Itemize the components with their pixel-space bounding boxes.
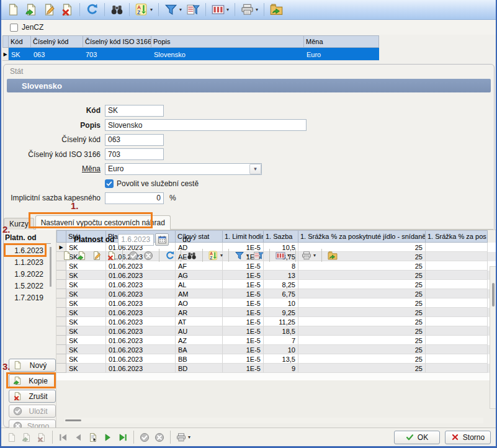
kopie-button[interactable]: Kopie — [9, 374, 56, 387]
table-row[interactable]: SK01.06.2023BA1E-51025 — [56, 345, 496, 354]
ciselny-kod-input[interactable]: 063 — [105, 134, 164, 146]
dropdown-arrow-icon[interactable]: ▾ — [313, 253, 316, 258]
column-header[interactable]: Popis — [151, 35, 304, 48]
doc-new-button[interactable] — [5, 2, 22, 17]
nav-last-button[interactable] — [116, 431, 130, 444]
mena-select[interactable]: Euro▾ — [105, 163, 262, 175]
table-row[interactable]: SK01.06.2023AL1E-58,2525 — [56, 280, 496, 289]
search-binoculars-button[interactable] — [185, 249, 199, 262]
doc-edit-button[interactable] — [90, 249, 104, 262]
dropdown-arrow-icon[interactable]: ▾ — [287, 253, 290, 258]
filter-values-button[interactable] — [185, 2, 202, 17]
popis-input[interactable]: Slovensko — [105, 119, 307, 131]
dropdown-arrow-icon[interactable]: ▾ — [150, 7, 153, 12]
doc-new-button[interactable] — [5, 431, 19, 444]
calendar-button[interactable] — [155, 233, 169, 246]
novy-button[interactable]: Nový — [9, 359, 56, 372]
dropdown-arrow-icon[interactable]: ▾ — [226, 7, 229, 12]
nav-first-button[interactable] — [56, 431, 70, 444]
ciselny-kod-iso-3166-input[interactable]: 703 — [105, 148, 164, 160]
column-header[interactable]: Číselný kód ISO 3166 — [83, 35, 151, 48]
dropdown-arrow-icon[interactable]: ▾ — [188, 435, 190, 440]
storno-button[interactable]: Storno — [445, 431, 491, 444]
table-row[interactable]: SK01.06.2023AZ1E-5725 — [56, 336, 496, 345]
row-selector-cell — [56, 298, 66, 308]
doc-delete-button[interactable] — [59, 2, 76, 17]
accept-circle-button[interactable] — [138, 431, 151, 444]
povolit-ve-sluzebni-ceste-checkbox[interactable] — [105, 179, 114, 188]
sort-az-button[interactable]: AZ▾ — [207, 249, 225, 262]
validity-date-item[interactable]: 1.6.2023 — [4, 245, 43, 257]
refresh-button[interactable] — [163, 249, 177, 262]
ulozit-button[interactable]: Uložit — [9, 405, 56, 418]
rates-grid-vertical-scrollbar[interactable] — [490, 266, 497, 409]
table-row[interactable]: SK01.06.2023AG1E-51325 — [56, 271, 496, 280]
columns-button[interactable]: ▾ — [274, 249, 292, 262]
doc-copy-button[interactable] — [20, 431, 34, 444]
print-button[interactable]: ▾ — [174, 431, 192, 444]
column-header[interactable]: 1. Srážka % za poskytnuté jídlo - snídan… — [298, 230, 426, 243]
scrollbar-thumb[interactable] — [492, 283, 495, 307]
validity-date-item[interactable]: 1.9.2022 — [4, 269, 43, 280]
doc-copy-button[interactable] — [23, 2, 40, 17]
column-header[interactable]: 1. Sazba — [264, 230, 298, 243]
table-row[interactable]: SK01.06.2023AO1E-51025 — [56, 298, 496, 308]
search-binoculars-button[interactable] — [109, 2, 125, 17]
export-button[interactable] — [268, 2, 285, 17]
validity-date-item[interactable]: 1.7.2019 — [4, 292, 43, 304]
column-header[interactable]: Číselný kód — [31, 35, 83, 48]
kod-input[interactable]: SK — [105, 105, 164, 117]
column-header[interactable]: Měna — [304, 35, 379, 48]
cancel-circle-button[interactable] — [141, 249, 155, 262]
table-row[interactable]: SK01.06.2023BD1E-5925 — [56, 364, 496, 373]
jencz-checkbox[interactable] — [10, 24, 18, 32]
print-button[interactable]: ▾ — [300, 249, 318, 262]
doc-new-button[interactable] — [60, 249, 74, 262]
dropdown-arrow-icon[interactable]: ▾ — [179, 7, 182, 12]
table-row[interactable]: SK01.06.2023AT1E-511,2525 — [56, 317, 496, 326]
validity-date-item[interactable]: 1.1.2023 — [4, 257, 43, 269]
filter-values-button[interactable] — [252, 249, 266, 262]
rates-panel: Platnost od 1.6.2023 do AZ▾▾▾▾ StátPlatn… — [56, 230, 496, 428]
chevron-down-icon[interactable]: ▾ — [249, 164, 261, 174]
doc-delete-button[interactable] — [35, 431, 48, 444]
doc-delete-button[interactable] — [105, 249, 119, 262]
date-list-scrollbar[interactable] — [50, 247, 51, 287]
search-binoculars-icon — [110, 3, 123, 16]
refresh-button[interactable] — [84, 2, 101, 17]
doc-copy-button[interactable] — [75, 249, 89, 262]
column-header[interactable]: 1. Srážka % za pos — [426, 230, 488, 243]
rates-grid-horizontal-scrollbar[interactable] — [64, 418, 483, 423]
table-row[interactable]: SK01.06.2023AF1E-5825 — [56, 261, 496, 271]
table-row[interactable]: SK01.06.2023AR1E-59,2525 — [56, 308, 496, 317]
implicitni-sazba-kapesneho-input[interactable]: 0 — [105, 192, 164, 204]
table-row[interactable]: SK01.06.2023BB1E-513,525 — [56, 354, 496, 364]
nav-prev-button[interactable] — [71, 431, 85, 444]
column-header[interactable]: 1. Limit hodin — [223, 230, 264, 243]
accept-circle-button[interactable] — [127, 249, 140, 262]
dropdown-arrow-icon[interactable]: ▾ — [246, 253, 249, 258]
export-button[interactable] — [326, 249, 339, 262]
cell: 1E-5 — [223, 261, 264, 271]
table-row[interactable]: ▶SK063703SlovenskoEuro — [2, 48, 379, 61]
platnost-od-input[interactable]: 1.6.2023 — [118, 234, 154, 246]
validity-date-item[interactable]: 1.5.2022 — [4, 280, 43, 292]
table-row[interactable]: SK01.06.2023AU1E-518,525 — [56, 326, 496, 336]
print-button[interactable]: ▾ — [239, 2, 260, 17]
cancel-circle-button[interactable] — [153, 431, 166, 444]
dropdown-arrow-icon[interactable]: ▾ — [256, 7, 258, 12]
ok-button[interactable]: OK — [394, 431, 440, 444]
zrusit-button[interactable]: Zrušit — [9, 390, 56, 403]
filter-button[interactable]: ▾ — [233, 249, 251, 262]
nav-next-button[interactable] — [101, 431, 115, 444]
dropdown-arrow-icon[interactable]: ▾ — [220, 253, 223, 258]
filter-button[interactable]: ▾ — [163, 2, 184, 17]
doc-edit-button[interactable] — [41, 2, 58, 17]
column-header[interactable]: Kód — [9, 35, 31, 48]
scrollbar-thumb[interactable] — [65, 419, 81, 421]
sort-az-button[interactable]: AZ▾ — [133, 2, 154, 17]
record-detail-button[interactable] — [86, 431, 100, 444]
table-row[interactable]: SK01.06.2023AM1E-56,7525 — [56, 289, 496, 298]
columns-button[interactable]: ▾ — [210, 2, 231, 17]
tab-nastaveni-vypoctu-cestovnich-nahrad[interactable]: Nastavení vypočtu cestovních náhrad — [35, 215, 171, 230]
